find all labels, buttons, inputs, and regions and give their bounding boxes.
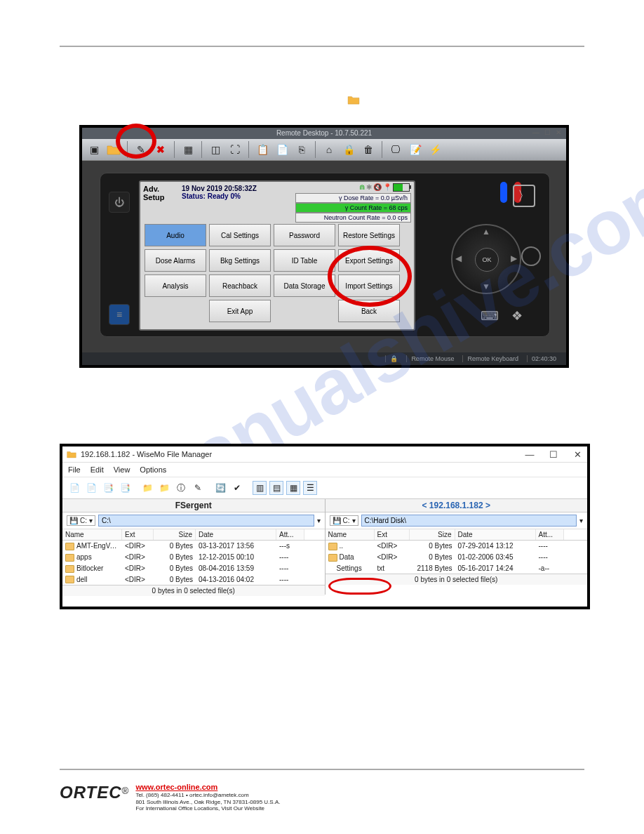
tb-delete-icon[interactable]: 📁 [157, 481, 171, 495]
status-indicators: ⋒ ✱ 🔇 📍 [359, 183, 410, 192]
list-item[interactable]: Settingstxt2118 Bytes05-16-2017 14:24-a-… [326, 563, 588, 574]
col-ext[interactable]: Ext [122, 529, 154, 540]
dpad-up[interactable]: ▲ [482, 227, 490, 237]
toolbar-paste-icon[interactable]: 📄 [274, 142, 290, 157]
audio-button[interactable]: Audio [145, 224, 206, 246]
tb-view3-icon[interactable]: ▦ [286, 481, 300, 495]
left-path-dropdown[interactable]: ▾ [317, 517, 321, 524]
col-att[interactable]: Att... [536, 529, 564, 540]
col-size[interactable]: Size [154, 529, 196, 540]
restore-settings-button[interactable]: Restore Settings [338, 224, 400, 246]
left-drive-select[interactable]: 💾 C: ▾ [67, 515, 95, 526]
fm-close-button[interactable]: ✕ [572, 449, 583, 460]
tb-newfolder-icon[interactable]: 📁 [140, 481, 154, 495]
toolbar-lock-icon[interactable]: 🔒 [341, 142, 356, 157]
menu-view[interactable]: View [114, 465, 130, 474]
toolbar-pencil-icon[interactable]: ✎ [133, 142, 149, 157]
back-button[interactable]: Back [338, 300, 400, 322]
col-att[interactable]: Att... [276, 529, 304, 540]
toolbar-grid-icon[interactable]: ▦ [180, 142, 196, 157]
windows-icon[interactable]: ❖ [511, 308, 530, 326]
list-item[interactable]: dell<DIR>0 Bytes04-13-2016 04:02---- [62, 574, 325, 585]
right-path-dropdown[interactable]: ▾ [579, 517, 583, 524]
tb-copy-left-icon[interactable]: 📄 [67, 481, 81, 495]
dose-alarms-button[interactable]: Dose Alarms [145, 249, 206, 272]
tb-view1-icon[interactable]: ▥ [253, 481, 267, 495]
bkg-settings-button[interactable]: Bkg Settings [209, 249, 271, 272]
menu-options[interactable]: Options [140, 465, 166, 474]
export-settings-button[interactable]: Export Settings [338, 249, 400, 272]
tb-view2-icon[interactable]: ▤ [269, 481, 283, 495]
toolbar-note-icon[interactable]: 📝 [408, 142, 423, 157]
toolbar-copy-icon[interactable]: ⎘ [294, 142, 309, 157]
toolbar-fit-icon[interactable]: ◫ [208, 142, 223, 157]
left-path-input[interactable]: C:\ [98, 515, 314, 527]
col-name[interactable]: Name [62, 529, 122, 540]
list-item[interactable]: ..<DIR>0 Bytes07-29-2014 13:12---- [326, 541, 588, 552]
password-button[interactable]: Password [274, 224, 335, 246]
remote-keyboard-status[interactable]: Remote Keyboard [462, 355, 523, 362]
toolbar-monitor-icon[interactable]: 🖵 [388, 142, 403, 157]
menu-edit[interactable]: Edit [90, 465, 104, 474]
col-date[interactable]: Date [196, 529, 276, 540]
list-item[interactable]: apps<DIR>0 Bytes12-12-2015 00:10---- [62, 552, 325, 563]
data-storage-button[interactable]: Data Storage [274, 274, 335, 297]
fm-menu: File Edit View Options [62, 463, 587, 477]
col-date[interactable]: Date [455, 529, 536, 540]
tb-sync-icon[interactable]: 📑 [118, 481, 132, 495]
toolbar-delete-icon[interactable]: ✖ [153, 142, 168, 157]
fm-min-button[interactable]: — [524, 449, 535, 460]
tb-clone-icon[interactable]: 📑 [101, 481, 115, 495]
globe-icon[interactable] [521, 246, 541, 266]
col-size[interactable]: Size [410, 529, 455, 540]
power-icon[interactable]: ⏻ [109, 192, 130, 213]
ok-button[interactable]: OK [475, 248, 499, 272]
list-item[interactable]: AMT-EngVa...<DIR>0 Bytes03-13-2017 13:56… [62, 541, 325, 552]
page-footer: ORTEC® www.ortec-online.com Tel. (865) 4… [60, 783, 280, 812]
list-item[interactable]: Data<DIR>0 Bytes01-02-2006 03:45---- [326, 552, 588, 563]
col-ext[interactable]: Ext [375, 529, 410, 540]
tb-rename-icon[interactable]: ✎ [191, 481, 205, 495]
dpad-down[interactable]: ▼ [482, 282, 490, 291]
right-drive-select[interactable]: 💾 C: ▾ [330, 515, 358, 526]
list-item[interactable]: Bitlocker<DIR>0 Bytes08-04-2016 13:59---… [62, 563, 325, 574]
forward-button[interactable]: 〉 [513, 185, 535, 207]
dpad-left[interactable]: ◀ [455, 253, 462, 263]
right-status: 0 bytes in 0 selected file(s) [326, 574, 588, 585]
rd-max-button[interactable]: ☐ [544, 128, 551, 135]
gps-icon: 📍 [383, 183, 391, 192]
toolbar-trash-icon[interactable]: 🗑 [361, 142, 376, 157]
toolbar-screen-icon[interactable]: ▣ [86, 142, 102, 157]
rd-min-button[interactable]: — [532, 128, 539, 135]
device-left-sidebar: ⏻ ≡ [105, 186, 134, 331]
toolbar-fullscreen-icon[interactable]: ⛶ [227, 142, 243, 157]
footer-url[interactable]: www.ortec-online.com [135, 783, 280, 792]
dpad-right[interactable]: ▶ [511, 253, 517, 263]
rd-close-button[interactable]: ✕ [555, 128, 562, 135]
toolbar-separator [174, 141, 175, 158]
fm-max-button[interactable]: ☐ [548, 449, 559, 460]
reachback-button[interactable]: Reachback [209, 274, 271, 297]
keyboard-icon[interactable]: ⌨ [481, 308, 499, 326]
import-settings-button[interactable]: Import Settings [338, 274, 400, 297]
toolbar-file-transfer-button[interactable] [106, 142, 121, 157]
col-name[interactable]: Name [326, 529, 375, 540]
analysis-button[interactable]: Analysis [145, 274, 206, 297]
id-table-button[interactable]: ID Table [274, 249, 335, 272]
dpad[interactable]: OK ▲ ▼ ◀ ▶ [451, 224, 521, 294]
tb-select-icon[interactable]: ✔ [230, 481, 244, 495]
fm-title-text: 192.168.1.182 - WiseMo File Manager [81, 450, 212, 458]
tb-refresh-icon[interactable]: 🔄 [213, 481, 227, 495]
right-path-input[interactable]: C:\Hard Disk\ [361, 515, 577, 527]
tb-view4-icon[interactable]: ☰ [303, 481, 317, 495]
tb-props-icon[interactable]: ⓘ [174, 481, 188, 495]
exit-app-button[interactable]: Exit App [209, 300, 271, 322]
toolbar-home-icon[interactable]: ⌂ [321, 142, 337, 157]
toolbar-clipboard-icon[interactable]: 📋 [255, 142, 270, 157]
toolbar-action-icon[interactable]: ⚡ [427, 142, 443, 157]
tb-copy-right-icon[interactable]: 📄 [84, 481, 98, 495]
cal-settings-button[interactable]: Cal Settings [209, 224, 271, 246]
remote-mouse-status[interactable]: Remote Mouse [406, 355, 458, 362]
rd-title: Remote Desktop - 10.7.50.221 [276, 129, 372, 137]
menu-file[interactable]: File [68, 465, 81, 474]
